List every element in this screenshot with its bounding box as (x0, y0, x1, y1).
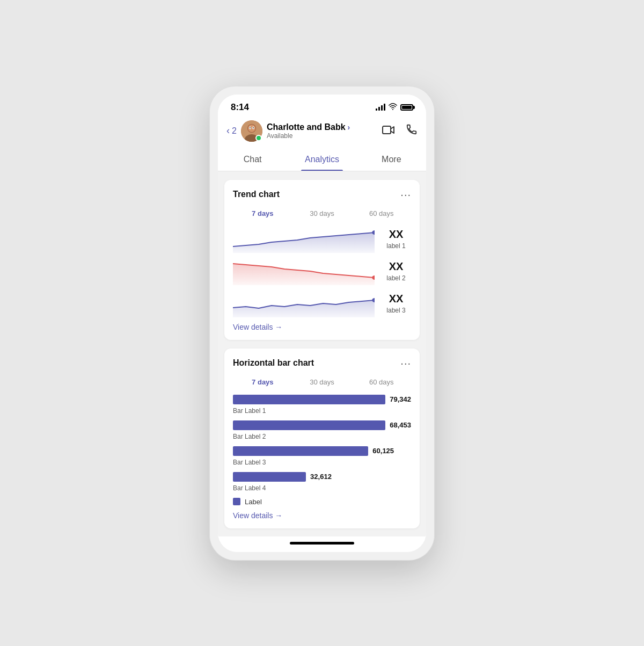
trend-line-2 (233, 258, 375, 285)
back-chevron-icon: ‹ (226, 125, 230, 136)
home-bar (290, 542, 354, 545)
trend-line-3 (233, 291, 375, 317)
phone-frame: 8:14 (209, 86, 435, 561)
trend-chart-title: Trend chart (233, 190, 280, 199)
status-bar: 8:14 (218, 95, 426, 116)
trend-value-1: XX label 1 (381, 228, 411, 250)
trend-60days-button[interactable]: 60 days (352, 207, 411, 220)
header-left: ‹ 2 (226, 120, 350, 142)
chart-legend: Label (233, 498, 411, 506)
trend-row-3: XX label 3 (233, 291, 411, 317)
header-actions (382, 124, 418, 139)
online-indicator (255, 135, 262, 141)
bar-chart-card: Horizontal bar chart ··· 7 days 30 days … (224, 349, 420, 528)
bar-chart-title: Horizontal bar chart (233, 358, 314, 368)
bar-value-2: 68,453 (390, 421, 411, 429)
bar-chart-more-button[interactable]: ··· (400, 357, 411, 369)
svg-rect-9 (383, 126, 391, 134)
bar-fill-3 (233, 446, 368, 456)
signal-icon (376, 104, 385, 111)
bar-value-1: 79,342 (390, 395, 411, 403)
trend-30days-button[interactable]: 30 days (292, 207, 352, 220)
bar-label-1: Bar Label 1 (233, 407, 266, 415)
trend-row-2: XX label 2 (233, 258, 411, 285)
name-chevron-icon: › (348, 123, 350, 132)
bar-fill-4 (233, 472, 306, 482)
tab-chat[interactable]: Chat (218, 148, 287, 171)
trend-chart-header: Trend chart ··· (233, 188, 411, 201)
back-button[interactable]: ‹ 2 (226, 125, 237, 136)
legend-label: Label (245, 498, 262, 506)
bar-7days-button[interactable]: 7 days (233, 376, 292, 388)
header: ‹ 2 (218, 116, 426, 148)
bar-chart-header: Horizontal bar chart ··· (233, 357, 411, 369)
bar-time-selector: 7 days 30 days 60 days (233, 376, 411, 388)
bar-view-details-button[interactable]: View details → (233, 511, 411, 520)
trend-row-1: XX label 1 (233, 226, 411, 253)
contact-status: Available (267, 132, 350, 140)
bar-value-4: 32,612 (310, 473, 332, 481)
bar-60days-button[interactable]: 60 days (352, 376, 411, 388)
bar-label-3: Bar Label 3 (233, 459, 266, 466)
trend-line-1 (233, 226, 375, 253)
bar-value-3: 60,125 (372, 447, 394, 455)
contact-info: Charlotte and Babk › Available (267, 122, 350, 140)
svg-point-8 (253, 127, 254, 128)
wifi-icon (389, 103, 397, 112)
trend-7days-button[interactable]: 7 days (233, 207, 292, 220)
svg-point-4 (248, 125, 255, 132)
bar-30days-button[interactable]: 30 days (292, 376, 352, 388)
tab-more[interactable]: More (357, 148, 426, 171)
legend-swatch (233, 498, 240, 505)
avatar (241, 120, 262, 142)
home-indicator (218, 536, 426, 552)
trend-time-selector: 7 days 30 days 60 days (233, 207, 411, 220)
bar-label-4: Bar Label 4 (233, 484, 266, 492)
bar-label-2: Bar Label 2 (233, 433, 266, 440)
bar-fill-1 (233, 395, 385, 404)
trend-value-2: XX label 2 (381, 260, 411, 282)
bar-row-2: 68,453 Bar Label 2 (233, 420, 411, 441)
trend-chart-more-button[interactable]: ··· (400, 188, 411, 201)
phone-screen: 8:14 (218, 95, 426, 552)
back-count: 2 (232, 126, 237, 136)
status-icons (376, 103, 413, 112)
tab-analytics[interactable]: Analytics (287, 148, 356, 171)
tab-bar: Chat Analytics More (218, 148, 426, 171)
video-call-icon[interactable] (382, 124, 395, 138)
phone-call-icon[interactable] (406, 124, 418, 139)
status-time: 8:14 (231, 102, 249, 113)
bar-row-4: 32,612 Bar Label 4 (233, 472, 411, 492)
trend-view-details-button[interactable]: View details → (233, 323, 411, 331)
battery-icon (400, 104, 413, 111)
main-content: Trend chart ··· 7 days 30 days 60 days (218, 171, 426, 536)
trend-value-3: XX label 3 (381, 293, 411, 315)
bar-row-3: 60,125 Bar Label 3 (233, 446, 411, 467)
trend-chart-card: Trend chart ··· 7 days 30 days 60 days (224, 180, 420, 340)
bar-fill-2 (233, 420, 385, 430)
svg-point-0 (392, 108, 393, 110)
contact-name: Charlotte and Babk › (267, 122, 350, 132)
bar-row-1: 79,342 Bar Label 1 (233, 395, 411, 415)
svg-point-7 (250, 127, 251, 128)
